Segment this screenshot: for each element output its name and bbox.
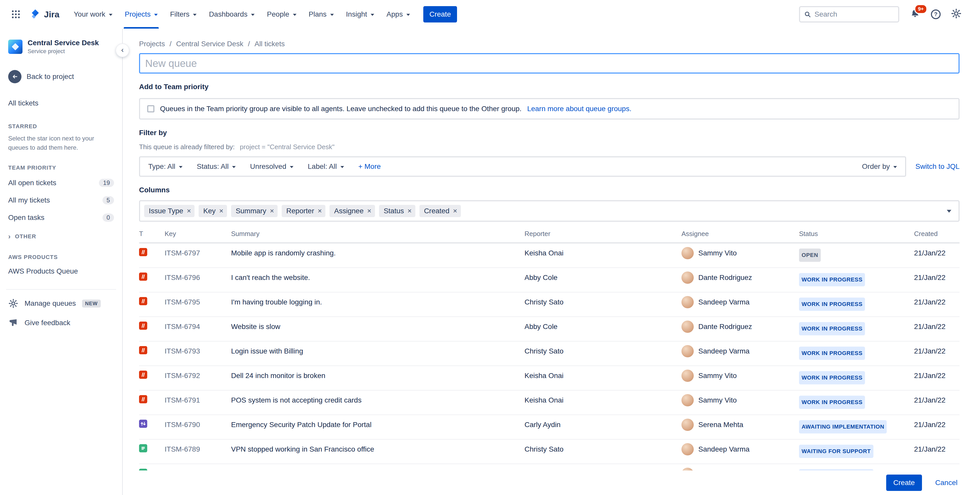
nav-menu-item[interactable]: Plans — [303, 0, 340, 29]
sidebar-item-all-tickets[interactable]: All tickets — [8, 95, 114, 111]
create-queue-button[interactable]: Create — [886, 474, 922, 491]
sidebar-queue-item[interactable]: All my tickets 5 — [8, 192, 114, 209]
remove-column-icon[interactable] — [219, 208, 223, 214]
nav-item-label: Apps — [387, 10, 403, 18]
issue-type-icon — [139, 322, 147, 330]
sidebar-collapse-button[interactable] — [116, 44, 129, 57]
issue-type-icon — [139, 395, 147, 403]
table-row[interactable]: ITSM-6796 I can't reach the website. Abb… — [139, 268, 959, 292]
column-chip-label: Created — [424, 207, 450, 215]
nav-menu-item[interactable]: People — [261, 0, 302, 29]
chevron-down-icon — [340, 166, 344, 168]
remove-column-icon[interactable] — [453, 208, 457, 214]
filter-dropdown[interactable]: Unresolved — [250, 162, 293, 171]
issue-key[interactable]: ITSM-6796 — [165, 273, 231, 286]
issue-summary[interactable]: POS system is not accepting credit cards — [231, 395, 525, 409]
table-header-cell: Assignee — [681, 230, 799, 238]
breadcrumb-link[interactable]: All tickets — [255, 40, 285, 48]
queue-groups-link[interactable]: Learn more about queue groups. — [527, 105, 632, 113]
issue-summary[interactable]: Login issue with Billing — [231, 346, 525, 360]
table-row[interactable]: ITSM-6792 Dell 24 inch monitor is broken… — [139, 366, 959, 390]
chevron-down-icon — [193, 14, 197, 16]
sidebar-item-aws-queue[interactable]: AWS Products Queue — [8, 263, 114, 279]
queue-name-input[interactable] — [139, 53, 959, 73]
column-chip-label: Reporter — [286, 207, 314, 215]
issue-summary[interactable]: Dell 24 inch monitor is broken — [231, 371, 525, 384]
more-filters-button[interactable]: + More — [358, 162, 381, 171]
issue-key[interactable]: ITSM-6789 — [165, 444, 231, 458]
assignee-avatar — [681, 370, 694, 382]
notifications-button[interactable]: 9+ — [910, 9, 921, 20]
switch-to-jql-link[interactable]: Switch to JQL — [915, 162, 959, 171]
issue-key[interactable]: ITSM-6788 — [165, 469, 231, 471]
sidebar-queue-item[interactable]: Open tasks 0 — [8, 209, 114, 226]
jira-logo[interactable]: Jira — [30, 9, 60, 20]
issue-key[interactable]: ITSM-6791 — [165, 395, 231, 409]
assignee-avatar — [681, 247, 694, 259]
give-feedback-link[interactable]: Give feedback — [8, 313, 114, 333]
breadcrumb-link[interactable]: Projects — [139, 40, 176, 48]
issue-summary[interactable]: Emergency Security Patch Update for Port… — [231, 420, 525, 433]
nav-create-button[interactable]: Create — [423, 6, 457, 22]
issue-created-date: 21/Jan/22 — [914, 469, 959, 471]
filter-jql-snippet: project = "Central Service Desk" — [240, 143, 334, 151]
issue-summary[interactable]: I can't reach the website. — [231, 273, 525, 286]
other-group-toggle[interactable]: OTHER — [8, 232, 36, 241]
team-priority-section-heading: Add to Team priority — [139, 83, 959, 93]
cancel-button[interactable]: Cancel — [935, 479, 958, 487]
columns-select[interactable]: Issue Type Key Summary — [139, 200, 959, 222]
chevron-down-icon — [290, 166, 293, 168]
issue-summary[interactable]: I have been added to the audit project t… — [231, 469, 525, 471]
table-row[interactable]: ITSM-6790 Emergency Security Patch Updat… — [139, 415, 959, 439]
main-panel: Projects Central Service Desk All ticket… — [123, 29, 980, 495]
filter-dropdown[interactable]: Label: All — [308, 162, 344, 171]
nav-menu-item[interactable]: Projects — [119, 0, 164, 29]
table-row[interactable]: ITSM-6794 Website is slow Abby Cole Dant… — [139, 317, 959, 341]
issue-key[interactable]: ITSM-6797 — [165, 248, 231, 262]
issue-summary[interactable]: Mobile app is randomly crashing. — [231, 248, 525, 262]
back-to-project-link[interactable]: Back to project — [8, 70, 114, 83]
remove-column-icon[interactable] — [187, 208, 191, 214]
remove-column-icon[interactable] — [367, 208, 371, 214]
remove-column-icon[interactable] — [270, 208, 274, 214]
nav-menu-item[interactable]: Insight — [340, 0, 380, 29]
manage-queues-link[interactable]: Manage queues NEW — [8, 294, 114, 313]
help-button[interactable] — [931, 10, 941, 19]
breadcrumb-link[interactable]: Central Service Desk — [176, 40, 255, 48]
issue-summary[interactable]: Website is slow — [231, 322, 525, 335]
nav-menu-item[interactable]: Dashboards — [203, 0, 261, 29]
issue-type-icon — [139, 444, 147, 452]
gear-icon — [951, 8, 962, 19]
table-row[interactable]: ITSM-6789 VPN stopped working in San Fra… — [139, 439, 959, 464]
assignee-avatar — [681, 394, 694, 406]
sidebar-queue-item[interactable]: All open tickets 19 — [8, 174, 114, 192]
filter-dropdown[interactable]: Type: All — [148, 162, 183, 171]
team-priority-checkbox[interactable] — [147, 105, 154, 113]
table-row[interactable]: ITSM-6791 POS system is not accepting cr… — [139, 390, 959, 415]
table-row[interactable]: ITSM-6797 Mobile app is randomly crashin… — [139, 243, 959, 268]
search-input[interactable] — [815, 10, 894, 18]
nav-menu-item[interactable]: Filters — [164, 0, 203, 29]
issue-key[interactable]: ITSM-6794 — [165, 322, 231, 335]
settings-button[interactable] — [951, 8, 962, 21]
column-chip: Key — [199, 205, 227, 217]
issue-summary[interactable]: VPN stopped working in San Francisco off… — [231, 444, 525, 458]
app-switcher-button[interactable] — [8, 10, 24, 19]
nav-menu-item[interactable]: Your work — [68, 0, 119, 29]
issue-key[interactable]: ITSM-6795 — [165, 297, 231, 311]
table-row[interactable]: ITSM-6795 I'm having trouble logging in.… — [139, 292, 959, 317]
remove-column-icon[interactable] — [407, 208, 412, 214]
order-by-dropdown[interactable]: Order by — [862, 162, 897, 171]
filter-dropdown[interactable]: Status: All — [197, 162, 236, 171]
nav-menu-item[interactable]: Apps — [380, 0, 416, 29]
issue-summary[interactable]: I'm having trouble logging in. — [231, 297, 525, 311]
issue-reporter: Christy Sato — [525, 346, 681, 360]
table-row[interactable]: ITSM-6788 I have been added to the audit… — [139, 464, 959, 471]
issue-key[interactable]: ITSM-6792 — [165, 371, 231, 384]
issue-key[interactable]: ITSM-6790 — [165, 420, 231, 433]
remove-column-icon[interactable] — [318, 208, 322, 214]
table-row[interactable]: ITSM-6793 Login issue with Billing Chris… — [139, 341, 959, 366]
issue-key[interactable]: ITSM-6793 — [165, 346, 231, 360]
assignee-avatar — [681, 419, 694, 431]
issue-created-date: 21/Jan/22 — [914, 395, 959, 409]
